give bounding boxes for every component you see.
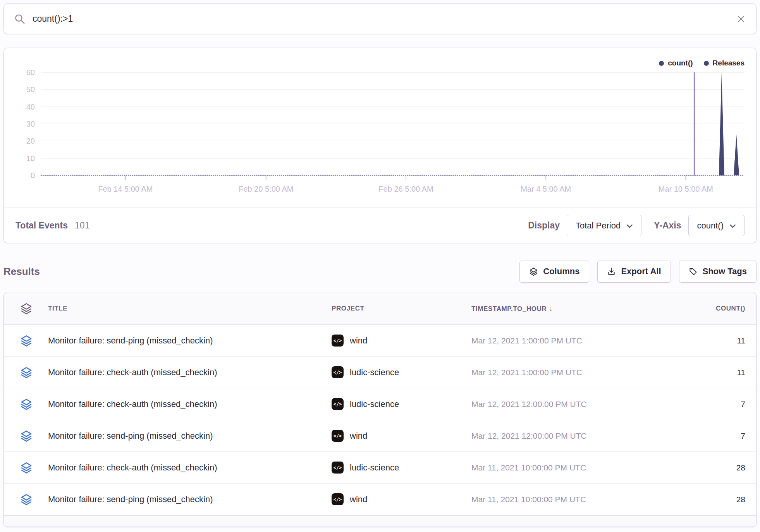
timestamp-cell: Mar 12, 2021 12:00:00 PM UTC	[471, 431, 661, 441]
project-cell: </> ludic-science	[332, 462, 471, 474]
table-row: Monitor failure: send-ping (missed_check…	[4, 325, 756, 357]
display-label: Display	[528, 220, 560, 231]
svg-text:Feb 26 5:00 AM: Feb 26 5:00 AM	[378, 185, 433, 193]
chevron-down-icon	[730, 224, 736, 228]
timestamp-cell: Mar 12, 2021 1:00:00 PM UTC	[471, 368, 661, 377]
table-row: Monitor failure: check-auth (missed_chec…	[4, 388, 756, 420]
table-row: Monitor failure: send-ping (missed_check…	[4, 420, 756, 452]
project-cell: </> ludic-science	[332, 366, 471, 378]
column-header-project[interactable]: PROJECT	[332, 305, 471, 312]
export-all-button-label: Export All	[621, 266, 661, 276]
total-events: Total Events 101	[15, 220, 89, 231]
project-name: ludic-science	[350, 367, 399, 378]
event-title-link[interactable]: Monitor failure: check-auth (missed_chec…	[48, 463, 332, 473]
count-cell: 11	[661, 368, 756, 377]
event-stack-icon[interactable]	[4, 398, 48, 410]
search-bar	[3, 3, 757, 34]
results-table: TITLE PROJECT TIMESTAMP.TO_HOUR↓ COUNT()…	[3, 292, 757, 527]
chart-legend: count() Releases	[659, 59, 745, 67]
columns-button-label: Columns	[543, 266, 579, 276]
svg-text:50: 50	[26, 85, 35, 94]
event-title-link[interactable]: Monitor failure: check-auth (missed_chec…	[48, 367, 332, 378]
display-dropdown-value: Total Period	[576, 221, 621, 231]
count-series-dot-icon	[659, 61, 664, 66]
timestamp-cell: Mar 11, 2021 10:00:00 PM UTC	[471, 463, 661, 472]
download-icon	[607, 267, 616, 276]
discover-query-page: { "search": { "query": "count():>1" }, "…	[0, 0, 760, 532]
search-icon	[14, 13, 26, 25]
column-header-count[interactable]: COUNT()	[661, 305, 756, 312]
events-time-series-chart: 0102030405060Feb 14 5:00 AMFeb 20 5:00 A…	[4, 48, 756, 208]
column-header-timestamp[interactable]: TIMESTAMP.TO_HOUR↓	[471, 304, 661, 313]
column-header-title[interactable]: TITLE	[48, 305, 332, 312]
project-cell: </> wind	[332, 335, 471, 347]
table-header-row: TITLE PROJECT TIMESTAMP.TO_HOUR↓ COUNT()	[4, 292, 756, 325]
project-platform-icon: </>	[332, 335, 344, 347]
count-cell: 28	[661, 495, 756, 504]
table-row: Monitor failure: check-auth (missed_chec…	[4, 452, 756, 484]
project-cell: </> wind	[332, 430, 471, 442]
svg-text:Feb 14 5:00 AM: Feb 14 5:00 AM	[98, 185, 153, 193]
releases-series-dot-icon	[704, 61, 709, 66]
timestamp-cell: Mar 12, 2021 12:00:00 PM UTC	[471, 400, 661, 409]
stack-column-header-icon	[4, 302, 48, 315]
event-stack-icon[interactable]	[4, 493, 48, 506]
svg-text:Feb 20 5:00 AM: Feb 20 5:00 AM	[239, 185, 293, 193]
export-all-button[interactable]: Export All	[597, 261, 671, 283]
project-cell: </> ludic-science	[332, 398, 471, 410]
search-input[interactable]	[33, 14, 729, 24]
event-stack-icon[interactable]	[4, 430, 48, 442]
display-dropdown[interactable]: Total Period	[567, 215, 641, 236]
show-tags-button[interactable]: Show Tags	[679, 261, 757, 283]
total-events-value: 101	[75, 220, 89, 231]
svg-text:Mar 4 5:00 AM: Mar 4 5:00 AM	[521, 185, 571, 193]
layers-icon	[529, 267, 538, 276]
project-name: ludic-science	[350, 463, 399, 473]
event-title-link[interactable]: Monitor failure: send-ping (missed_check…	[48, 431, 332, 441]
results-bar: Results Columns Export All	[3, 259, 757, 283]
count-cell: 7	[661, 400, 756, 409]
event-title-link[interactable]: Monitor failure: send-ping (missed_check…	[48, 494, 332, 505]
svg-text:0: 0	[31, 171, 35, 180]
chart-footer: Total Events 101 Display Total Period Y-…	[4, 208, 756, 243]
svg-text:10: 10	[26, 154, 35, 163]
project-platform-icon: </>	[332, 366, 344, 378]
legend-item-count[interactable]: count()	[659, 59, 693, 67]
columns-button[interactable]: Columns	[519, 261, 589, 283]
y-axis-label: Y-Axis	[654, 220, 681, 231]
legend-item-releases[interactable]: Releases	[704, 59, 745, 67]
y-axis-dropdown-value: count()	[697, 221, 724, 231]
count-cell: 7	[661, 431, 756, 441]
project-name: ludic-science	[350, 399, 399, 409]
event-stack-icon[interactable]	[4, 366, 48, 379]
event-title-link[interactable]: Monitor failure: send-ping (missed_check…	[48, 336, 332, 346]
timestamp-cell: Mar 12, 2021 1:00:00 PM UTC	[471, 336, 661, 345]
clear-search-icon[interactable]	[736, 14, 746, 24]
project-platform-icon: </>	[332, 430, 344, 442]
chevron-down-icon	[627, 224, 633, 228]
sort-desc-icon: ↓	[549, 304, 553, 312]
event-stack-icon[interactable]	[4, 462, 48, 474]
show-tags-button-label: Show Tags	[703, 266, 747, 276]
svg-text:40: 40	[26, 103, 35, 111]
timestamp-header-label: TIMESTAMP.TO_HOUR	[471, 305, 547, 312]
svg-text:20: 20	[26, 137, 35, 145]
project-name: wind	[350, 431, 367, 441]
project-name: wind	[350, 336, 367, 346]
event-title-link[interactable]: Monitor failure: check-auth (missed_chec…	[48, 399, 332, 409]
project-platform-icon: </>	[332, 398, 344, 410]
total-events-label: Total Events	[15, 220, 68, 231]
events-chart-panel: count() Releases 0102030405060Feb 14 5:0…	[3, 48, 757, 243]
table-footer	[4, 515, 756, 527]
project-platform-icon: </>	[332, 462, 344, 474]
legend-count-label: count()	[668, 59, 693, 67]
event-stack-icon[interactable]	[4, 335, 48, 347]
legend-releases-label: Releases	[713, 59, 745, 67]
tag-icon	[689, 267, 698, 276]
project-cell: </> wind	[332, 493, 471, 505]
svg-text:Mar 10 5:00 AM: Mar 10 5:00 AM	[659, 185, 713, 193]
project-platform-icon: </>	[332, 493, 344, 505]
y-axis-dropdown[interactable]: count()	[688, 215, 745, 236]
count-cell: 11	[661, 336, 756, 345]
svg-text:60: 60	[26, 68, 35, 77]
